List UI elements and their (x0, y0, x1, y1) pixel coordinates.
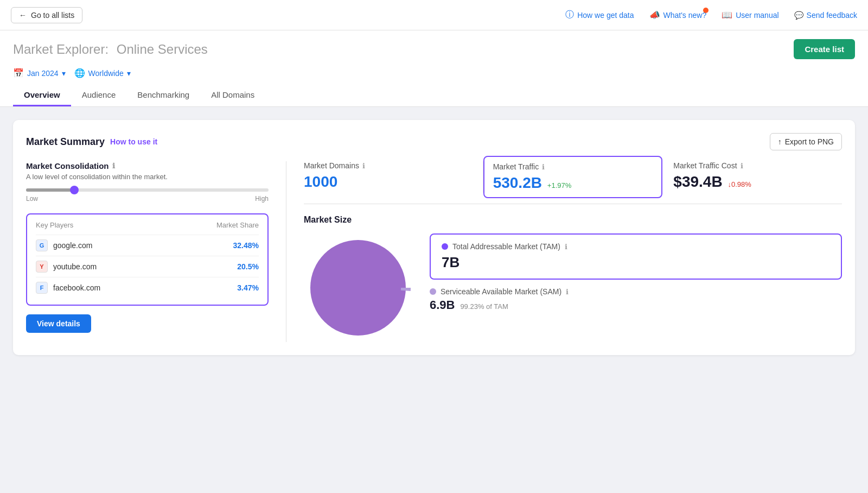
slider-high-label: High (255, 195, 269, 203)
metric-traffic: Market Traffic ℹ 530.2B +1.97% (483, 156, 663, 198)
question-circle-icon: ⓘ (565, 9, 574, 21)
metric-domains: Market Domains ℹ 1000 (304, 161, 483, 193)
tab-audience[interactable]: Audience (71, 85, 127, 106)
tam-value: 7B (442, 254, 830, 271)
player-share: 32.48% (233, 241, 259, 250)
col-players-header: Key Players (36, 221, 73, 229)
table-row: Y youtube.com 20.5% (36, 256, 259, 277)
summary-card-header: Market Summary How to use it ↑ Export to… (26, 133, 842, 150)
player-left: Y youtube.com (36, 261, 97, 273)
metric-domains-info-icon[interactable]: ℹ (362, 162, 365, 170)
player-share: 3.47% (237, 283, 259, 292)
player-name: google.com (53, 241, 92, 250)
back-arrow-icon: ← (19, 11, 27, 20)
date-chevron-icon: ▾ (62, 69, 66, 78)
market-size-content: Total Addressable Market (TAM) ℹ 7B Serv… (304, 233, 842, 342)
megaphone-icon: 📣 (649, 10, 660, 20)
tab-overview[interactable]: Overview (13, 85, 71, 106)
metric-traffic-value: 530.2B (493, 174, 542, 191)
slider-fill (26, 188, 74, 192)
table-row: F facebook.com 3.47% (36, 277, 259, 298)
consolidation-info-icon[interactable]: ℹ (112, 162, 115, 170)
left-section: Market Consolidation ℹ A low level of co… (26, 161, 286, 342)
market-size-metrics: Total Addressable Market (TAM) ℹ 7B Serv… (430, 233, 842, 312)
market-size-pie-chart (304, 233, 412, 342)
user-manual-link[interactable]: 📖 User manual (722, 10, 778, 20)
export-png-button[interactable]: ↑ Export to PNG (770, 133, 842, 150)
key-players-box: Key Players Market Share G google.com 32… (26, 213, 269, 306)
create-list-button[interactable]: Create list (794, 39, 855, 59)
player-name: youtube.com (53, 262, 97, 271)
consolidation-label: Market Consolidation ℹ (26, 161, 269, 170)
metrics-row: Market Domains ℹ 1000 Market Traffic ℹ 5… (304, 161, 842, 204)
region-filter-button[interactable]: 🌐 Worldwide ▾ (74, 66, 131, 80)
nav-links: ⓘ How we get data 📣 What's new? 📖 User m… (565, 9, 857, 21)
book-icon: 📖 (722, 10, 732, 20)
player-favicon-youtube: Y (36, 261, 48, 273)
tab-all-domains[interactable]: All Domains (200, 85, 265, 106)
back-button-label: Go to all lists (31, 11, 74, 20)
metric-domains-label: Market Domains ℹ (304, 161, 472, 170)
market-summary-card: Market Summary How to use it ↑ Export to… (13, 120, 855, 355)
send-feedback-button[interactable]: 💬 Send feedback (794, 11, 857, 20)
player-favicon-facebook: F (36, 282, 48, 294)
player-favicon-google: G (36, 239, 48, 251)
filters-row: 📅 Jan 2024 ▾ 🌐 Worldwide ▾ (13, 66, 855, 80)
slider-labels: Low High (26, 195, 269, 203)
col-share-header: Market Share (216, 221, 259, 229)
how-we-get-data-link[interactable]: ⓘ How we get data (565, 9, 634, 21)
metric-traffic-cost-value: $39.4B (673, 173, 722, 190)
tabs-row: Overview Audience Benchmarking All Domai… (13, 85, 855, 106)
sam-value-row: 6.9B 99.23% of TAM (430, 298, 842, 312)
right-section: Market Domains ℹ 1000 Market Traffic ℹ 5… (286, 161, 842, 342)
metric-traffic-value-row: 530.2B +1.97% (493, 174, 653, 192)
slider-thumb (70, 186, 79, 194)
player-share: 20.5% (237, 262, 259, 271)
sam-info-icon[interactable]: ℹ (566, 288, 569, 296)
metric-traffic-cost-change: ↓0.98% (728, 180, 751, 188)
whats-new-wrapper: 📣 What's new? (649, 10, 707, 20)
sam-pct: 99.23% of TAM (460, 302, 508, 311)
market-size-section: Market Size Total Address (304, 215, 842, 342)
table-row: G google.com 32.48% (36, 235, 259, 256)
whats-new-link[interactable]: 📣 What's new? (649, 10, 707, 20)
tam-dot-icon (442, 243, 448, 250)
back-button[interactable]: ← Go to all lists (11, 7, 82, 23)
sam-header-row: Serviceable Available Market (SAM) ℹ (430, 287, 842, 296)
summary-card-title: Market Summary How to use it (26, 136, 157, 148)
svg-point-0 (310, 240, 406, 336)
metric-traffic-info-icon[interactable]: ℹ (542, 163, 545, 171)
metric-traffic-cost-label: Market Traffic Cost ℹ (673, 161, 831, 170)
metric-traffic-cost-value-row: $39.4B ↓0.98% (673, 173, 831, 191)
chat-icon: 💬 (794, 11, 803, 20)
main-content: Market Summary How to use it ↑ Export to… (0, 107, 868, 368)
how-to-use-link[interactable]: How to use it (110, 137, 157, 146)
page-title: Market Explorer: Online Services (13, 42, 208, 57)
market-size-title: Market Size (304, 215, 842, 225)
sam-dot-icon (430, 288, 436, 295)
page-header: Market Explorer: Online Services Create … (0, 30, 868, 107)
date-filter-button[interactable]: 📅 Jan 2024 ▾ (13, 66, 66, 80)
notification-badge (703, 8, 709, 13)
player-name: facebook.com (53, 283, 100, 292)
page-title-row: Market Explorer: Online Services Create … (13, 39, 855, 59)
sam-label: Serviceable Available Market (SAM) (441, 287, 561, 296)
summary-title-text: Market Summary (26, 136, 105, 148)
player-left: G google.com (36, 239, 92, 251)
tam-box: Total Addressable Market (TAM) ℹ 7B (430, 233, 842, 280)
metric-traffic-cost: Market Traffic Cost ℹ $39.4B ↓0.98% (662, 161, 842, 193)
metric-traffic-change: +1.97% (547, 181, 571, 189)
consolidation-slider (26, 188, 269, 192)
sam-section: Serviceable Available Market (SAM) ℹ 6.9… (430, 287, 842, 312)
tab-benchmarking[interactable]: Benchmarking (126, 85, 200, 106)
metric-domains-value: 1000 (304, 173, 472, 191)
slider-low-label: Low (26, 195, 38, 203)
sam-value: 6.9B (430, 298, 455, 312)
page-title-name: Online Services (117, 42, 208, 56)
metric-traffic-label: Market Traffic ℹ (493, 162, 653, 171)
view-details-button[interactable]: View details (26, 314, 91, 333)
consolidation-desc: A low level of consolidation within the … (26, 173, 269, 181)
page-title-prefix: Market Explorer: (13, 42, 108, 56)
tam-info-icon[interactable]: ℹ (565, 243, 567, 251)
metric-traffic-cost-info-icon[interactable]: ℹ (741, 162, 743, 170)
